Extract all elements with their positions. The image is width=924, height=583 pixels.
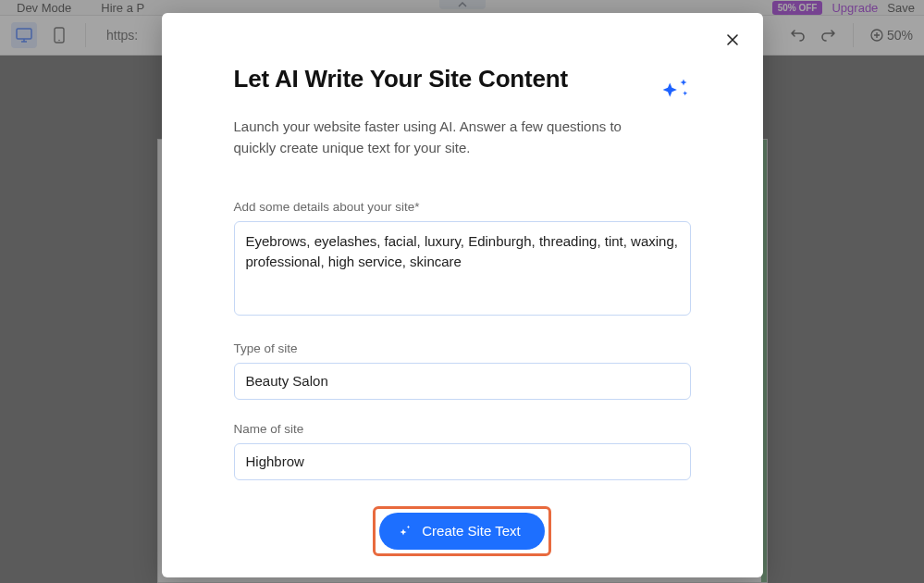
sparkle-icon [398,524,413,539]
create-site-text-button[interactable]: Create Site Text [379,513,544,550]
cta-label: Create Site Text [422,523,520,539]
modal-title: Let AI Write Your Site Content [234,65,691,93]
type-label: Type of site [234,341,691,355]
site-details-input[interactable]: Eyebrows, eyelashes, facial, luxury, Edi… [234,221,691,316]
details-label: Add some details about your site* [234,200,691,214]
site-type-input[interactable] [234,363,691,400]
ai-sparkle-icon [659,78,691,107]
site-name-input[interactable] [234,443,691,480]
ai-content-modal: Let AI Write Your Site Content Launch yo… [162,13,763,577]
cta-highlight-box: Create Site Text [373,506,550,556]
close-icon[interactable] [726,33,739,50]
name-label: Name of site [234,422,691,436]
modal-description: Launch your website faster using AI. Ans… [234,116,650,159]
